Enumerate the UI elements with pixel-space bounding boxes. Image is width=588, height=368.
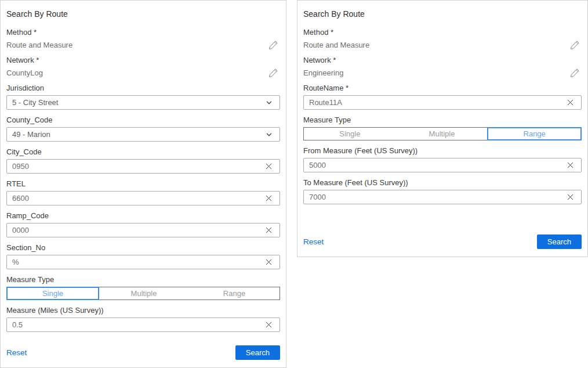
field-network: Network * Engineering — [303, 56, 582, 78]
input-ramp_code[interactable] — [12, 223, 263, 237]
field-label: City_Code — [6, 147, 280, 156]
field-label: Network * — [6, 56, 280, 64]
field-network: Network * CountyLog — [6, 56, 280, 78]
clear-icon[interactable] — [565, 161, 576, 169]
readonly-value-row: CountyLog — [6, 67, 280, 78]
field-routename: RouteName * — [303, 84, 582, 110]
segment-multiple[interactable]: Multiple — [99, 287, 189, 300]
text-input-box — [303, 95, 582, 110]
clear-icon[interactable] — [263, 258, 274, 266]
segment-range[interactable]: Range — [487, 127, 582, 140]
chevron-down-icon — [264, 131, 274, 138]
field-from-measure-feet-us-survey: From Measure (Feet (US Survey)) — [303, 146, 582, 172]
field-label: Measure Type — [6, 275, 280, 284]
field-measure-miles-us-survey: Measure (Miles (US Survey)) — [6, 306, 280, 332]
field-value: Engineering — [303, 68, 343, 77]
segment-single[interactable]: Single — [304, 128, 396, 140]
text-input-box — [6, 318, 280, 332]
field-jurisdiction: Jurisdiction 5 - City Street — [6, 84, 280, 110]
field-label: Measure (Miles (US Survey)) — [6, 306, 280, 315]
edit-pencil-icon[interactable] — [568, 40, 582, 50]
field-label: Method * — [303, 28, 582, 37]
clear-icon[interactable] — [263, 194, 274, 202]
actions-row: Reset Search — [6, 345, 280, 360]
field-method: Method * Route and Measure — [6, 28, 280, 50]
field-method: Method * Route and Measure — [303, 28, 582, 50]
field-label: County_Code — [6, 116, 280, 124]
select-dropdown[interactable]: 49 - Marion — [6, 127, 280, 142]
input-rtel[interactable] — [12, 192, 263, 205]
readonly-value-row: Route and Measure — [6, 39, 280, 50]
field-city_code: City_Code — [6, 147, 280, 174]
page: Search By Route Method * Route and Measu… — [0, 0, 588, 368]
actions-row: Reset Search — [303, 234, 582, 249]
text-input-box — [6, 255, 280, 269]
segment-multiple[interactable]: Multiple — [396, 128, 488, 140]
field-value: CountyLog — [6, 68, 43, 77]
segment-range[interactable]: Range — [189, 287, 280, 300]
select-dropdown[interactable]: 5 - City Street — [6, 95, 280, 110]
field-to-measure-feet-us-survey: To Measure (Feet (US Survey)) — [303, 178, 582, 204]
text-input-box — [6, 191, 280, 205]
input-routename[interactable] — [309, 96, 565, 109]
field-ramp_code: Ramp_Code — [6, 211, 280, 237]
edit-pencil-icon[interactable] — [568, 68, 582, 78]
readonly-value-row: Route and Measure — [303, 39, 582, 50]
field-label: RouteName * — [303, 84, 582, 92]
field-label: RTEL — [6, 179, 280, 188]
input-from-measure-feet-us-survey[interactable] — [309, 158, 565, 172]
edit-pencil-icon[interactable] — [267, 68, 280, 78]
segment-single[interactable]: Single — [6, 287, 99, 300]
readonly-value-row: Engineering — [303, 67, 582, 78]
panel-title: Search By Route — [303, 9, 582, 19]
fields-container: Method * Route and Measure Network * Cou… — [6, 28, 280, 338]
field-rtel: RTEL — [6, 179, 280, 205]
clear-icon[interactable] — [565, 193, 576, 201]
field-value: Route and Measure — [303, 41, 369, 49]
field-label: To Measure (Feet (US Survey)) — [303, 178, 582, 187]
field-label: Ramp_Code — [6, 211, 280, 220]
field-measure-type: Measure Type SingleMultipleRange — [303, 116, 582, 140]
text-input-box — [303, 190, 582, 204]
field-value: 5 - City Street — [12, 98, 264, 107]
edit-pencil-icon[interactable] — [267, 40, 280, 50]
clear-icon[interactable] — [263, 321, 274, 329]
field-county_code: County_Code 49 - Marion — [6, 116, 280, 142]
field-label: Jurisdiction — [6, 84, 280, 92]
text-input-box — [6, 223, 280, 237]
field-section_no: Section_No — [6, 243, 280, 269]
fields-container: Method * Route and Measure Network * Eng… — [303, 28, 582, 210]
field-label: Measure Type — [303, 116, 582, 124]
chevron-down-icon — [264, 99, 274, 106]
reset-link[interactable]: Reset — [6, 348, 27, 357]
input-to-measure-feet-us-survey[interactable] — [309, 190, 565, 204]
field-measure-type: Measure Type SingleMultipleRange — [6, 275, 280, 300]
text-input-box — [303, 158, 582, 172]
field-label: Section_No — [6, 243, 280, 252]
field-label: From Measure (Feet (US Survey)) — [303, 146, 582, 155]
reset-link[interactable]: Reset — [303, 237, 324, 246]
search-button[interactable]: Search — [537, 234, 582, 249]
search-button[interactable]: Search — [235, 345, 280, 360]
panel-title: Search By Route — [6, 9, 280, 19]
segmented-control: SingleMultipleRange — [6, 287, 280, 300]
field-label: Network * — [303, 56, 582, 64]
field-value: 49 - Marion — [12, 130, 264, 139]
clear-icon[interactable] — [565, 99, 576, 106]
input-measure-miles-us-survey[interactable] — [12, 318, 263, 331]
field-label: Method * — [6, 28, 280, 37]
clear-icon[interactable] — [263, 226, 274, 234]
input-city_code[interactable] — [12, 160, 263, 173]
clear-icon[interactable] — [263, 163, 274, 170]
search-by-route-panel-left: Search By Route Method * Route and Measu… — [0, 0, 286, 368]
input-section_no[interactable] — [12, 255, 263, 269]
text-input-box — [6, 159, 280, 174]
segmented-control: SingleMultipleRange — [303, 127, 582, 140]
field-value: Route and Measure — [6, 41, 72, 49]
search-by-route-panel-right: Search By Route Method * Route and Measu… — [297, 0, 588, 257]
